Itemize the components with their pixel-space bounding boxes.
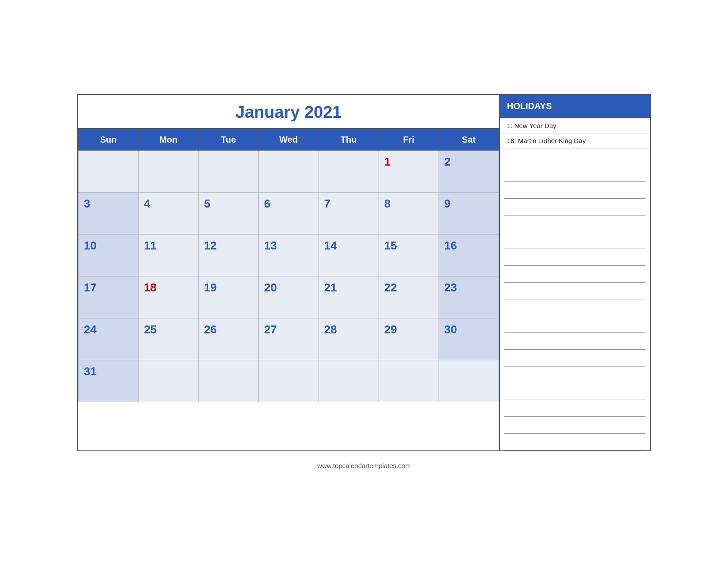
calendar-weekday-sat: Sat	[439, 129, 499, 150]
note-line	[504, 249, 645, 266]
calendar-day-cell	[199, 150, 259, 192]
calendar-day-cell: 10	[79, 234, 139, 276]
calendar-title: January 2021	[78, 95, 499, 129]
note-line	[504, 350, 645, 367]
calendar-day-cell	[199, 360, 259, 402]
calendar-day-cell: 8	[379, 192, 439, 234]
page-wrapper: January 2021 SunMonTueWedThuFriSat 12345…	[77, 94, 651, 469]
calendar-day-cell	[79, 150, 139, 192]
calendar-day-cell: 29	[379, 318, 439, 360]
calendar-day-cell: 22	[379, 276, 439, 318]
calendar-day-cell: 17	[79, 276, 139, 318]
calendar-day-cell: 9	[439, 192, 499, 234]
calendar-day-cell: 6	[259, 192, 319, 234]
holidays-list: 1: New Year Day18: Martin Luther King Da…	[500, 118, 650, 148]
calendar-day-cell	[319, 360, 379, 402]
calendar-day-cell	[259, 150, 319, 192]
holiday-item: 18: Martin Luther King Day	[500, 133, 650, 148]
note-line	[504, 417, 645, 434]
calendar-day-cell: 13	[259, 234, 319, 276]
calendar-week-row-4: 24252627282930	[79, 318, 499, 360]
calendar-day-cell: 3	[79, 192, 139, 234]
calendar-day-cell: 14	[319, 234, 379, 276]
note-line	[504, 199, 645, 215]
calendar-day-cell: 12	[199, 234, 259, 276]
calendar-day-cell: 25	[139, 318, 199, 360]
calendar-day-cell: 19	[199, 276, 259, 318]
calendar-header-row: SunMonTueWedThuFriSat	[79, 129, 499, 150]
note-line	[504, 182, 645, 199]
calendar-day-cell: 30	[439, 318, 499, 360]
calendar-day-cell: 5	[199, 192, 259, 234]
note-line	[504, 165, 645, 182]
note-line	[504, 299, 645, 316]
calendar-day-cell: 2	[439, 150, 499, 192]
note-line	[504, 316, 645, 333]
holidays-section: HOLIDAYS 1: New Year Day18: Martin Luthe…	[500, 95, 650, 450]
calendar-weekday-thu: Thu	[319, 129, 379, 150]
note-line	[504, 266, 645, 283]
holiday-item: 1: New Year Day	[500, 118, 650, 133]
footer-url: www.topcalendartemplates.com	[317, 462, 411, 469]
calendar-week-row-1: 3456789	[79, 192, 499, 234]
calendar-week-row-2: 10111213141516	[79, 234, 499, 276]
calendar-week-row-3: 17181920212223	[79, 276, 499, 318]
note-line	[504, 400, 645, 417]
calendar-day-cell: 31	[79, 360, 139, 402]
note-line	[504, 434, 645, 450]
calendar-day-cell: 23	[439, 276, 499, 318]
calendar-day-cell: 20	[259, 276, 319, 318]
calendar-day-cell: 24	[79, 318, 139, 360]
note-line	[504, 148, 645, 165]
calendar-weekday-mon: Mon	[139, 129, 199, 150]
notes-lines	[500, 148, 650, 450]
note-line	[504, 283, 645, 299]
calendar-weekday-wed: Wed	[259, 129, 319, 150]
calendar-day-cell	[379, 360, 439, 402]
calendar-day-cell	[259, 360, 319, 402]
calendar-weekday-tue: Tue	[199, 129, 259, 150]
note-line	[504, 333, 645, 350]
calendar-weekday-sun: Sun	[79, 129, 139, 150]
holidays-header: HOLIDAYS	[500, 95, 650, 118]
calendar-weekday-fri: Fri	[379, 129, 439, 150]
note-line	[504, 383, 645, 400]
note-line	[504, 232, 645, 249]
calendar-day-cell: 28	[319, 318, 379, 360]
calendar-day-cell: 1	[379, 150, 439, 192]
calendar-day-cell: 4	[139, 192, 199, 234]
calendar-day-cell: 15	[379, 234, 439, 276]
footer: www.topcalendartemplates.com	[317, 462, 411, 469]
calendar-section: January 2021 SunMonTueWedThuFriSat 12345…	[78, 95, 500, 450]
calendar-week-row-0: 12	[79, 150, 499, 192]
calendar-day-cell	[139, 360, 199, 402]
note-line	[504, 215, 645, 232]
calendar-day-cell: 21	[319, 276, 379, 318]
calendar-day-cell	[139, 150, 199, 192]
calendar-week-row-5: 31	[79, 360, 499, 402]
calendar-day-cell: 18	[139, 276, 199, 318]
calendar-day-cell	[439, 360, 499, 402]
calendar-day-cell: 7	[319, 192, 379, 234]
calendar-grid: SunMonTueWedThuFriSat 123456789101112131…	[78, 129, 499, 402]
main-content: January 2021 SunMonTueWedThuFriSat 12345…	[77, 94, 651, 451]
calendar-day-cell	[319, 150, 379, 192]
calendar-day-cell: 26	[199, 318, 259, 360]
note-line	[504, 367, 645, 383]
calendar-day-cell: 11	[139, 234, 199, 276]
calendar-day-cell: 16	[439, 234, 499, 276]
calendar-day-cell: 27	[259, 318, 319, 360]
